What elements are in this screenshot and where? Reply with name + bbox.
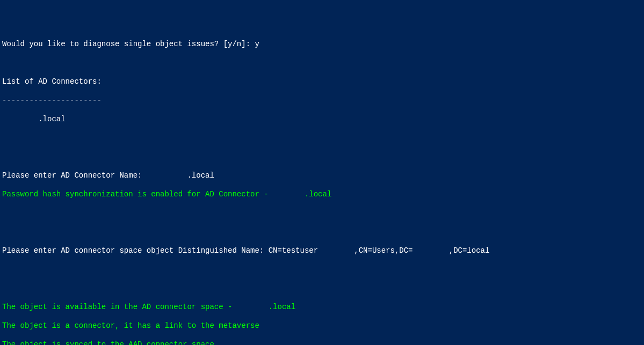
prompt-connector-name: Please enter AD Connector Name: .local bbox=[2, 171, 642, 181]
connector-entry: .local bbox=[2, 115, 642, 124]
obj-available-suffix: .local bbox=[237, 303, 295, 311]
blank-line bbox=[2, 134, 642, 143]
prompt-dn: Please enter AD connector space object D… bbox=[2, 246, 642, 256]
blank-line bbox=[2, 284, 642, 293]
phs-enabled-line: Password hash synchronization is enabled… bbox=[2, 190, 642, 200]
prompt-diagnose: Would you like to diagnose single object… bbox=[2, 40, 642, 49]
obj-available-line: The object is available in the AD connec… bbox=[2, 303, 642, 312]
connectors-header: List of AD Connectors: bbox=[2, 77, 642, 87]
obj-synced: The object is synced to the AAD connecto… bbox=[2, 340, 642, 345]
blank-line bbox=[2, 152, 642, 162]
blank-line bbox=[2, 265, 642, 275]
blank-line bbox=[2, 58, 642, 68]
phs-enabled-prefix: Password hash synchronization is enabled… bbox=[2, 190, 273, 199]
obj-available-prefix: The object is available in the AD connec… bbox=[2, 303, 237, 311]
blank-line bbox=[2, 209, 642, 218]
phs-enabled-suffix: .local bbox=[273, 190, 331, 199]
connectors-divider: ---------------------- bbox=[2, 96, 642, 106]
blank-line bbox=[2, 227, 642, 237]
obj-connector: The object is a connector, it has a link… bbox=[2, 321, 642, 331]
